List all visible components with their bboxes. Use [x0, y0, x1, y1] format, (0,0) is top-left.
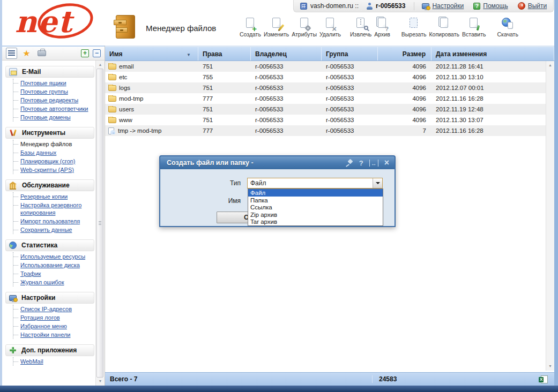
- toolbar-archive-button[interactable]: Архив: [374, 17, 390, 37]
- sidebar-item-traffic[interactable]: Трафик: [20, 270, 41, 277]
- sidebar-item-backup-settings[interactable]: Настройка резервного копирования: [20, 201, 95, 216]
- scroll-up-icon[interactable]: [546, 62, 554, 69]
- dropdown-option-link[interactable]: Ссылка: [248, 203, 383, 211]
- sidebar-item-disk-usage[interactable]: Использование диска: [20, 261, 80, 269]
- scroll-down-icon[interactable]: [546, 363, 554, 370]
- column-header-date[interactable]: Дата изменения: [431, 47, 554, 61]
- sidebar-item-log-rotation[interactable]: Ротация логов: [20, 314, 60, 321]
- sidebar-item-panel-settings[interactable]: Настройки панели: [20, 331, 70, 338]
- sidebar-item-webmail[interactable]: WebMail: [20, 358, 43, 365]
- expand-all-button[interactable]: [81, 49, 89, 57]
- sidebar-item-databases[interactable]: Базы данных: [20, 149, 56, 156]
- sidebar-header-statistics[interactable]: Статистика: [5, 239, 94, 251]
- favorites-button[interactable]: [21, 48, 32, 59]
- pie-chart-icon: [9, 242, 17, 249]
- mail-icon: [9, 68, 17, 76]
- scroll-up-icon[interactable]: [96, 61, 105, 69]
- sidebar-header-addons[interactable]: Доп. приложения: [5, 344, 94, 356]
- column-header-size[interactable]: Размер: [378, 47, 431, 61]
- scroll-down-icon[interactable]: [96, 378, 105, 385]
- dropdown-option-folder[interactable]: Папка: [248, 197, 383, 204]
- sidebar-item-ip-list[interactable]: Список IP-адресов: [20, 305, 72, 313]
- sidebar-item-error-log[interactable]: Журнал ошибок: [20, 278, 64, 286]
- help-link[interactable]: Помощь: [483, 2, 508, 10]
- delete-icon: [323, 17, 337, 31]
- sidebar-menu: E-Mail Почтовые ящики Почтовые группы По…: [2, 61, 95, 386]
- sidebar-item-mail-redirects[interactable]: Почтовые редиректы: [20, 96, 78, 104]
- sidebar-item-autoresponders[interactable]: Почтовые автоответчики: [20, 105, 88, 112]
- sidebar: E-Mail Почтовые ящики Почтовые группы По…: [2, 46, 105, 386]
- column-header-group[interactable]: Группа: [322, 47, 378, 61]
- archive-icon: [375, 17, 389, 31]
- table-row[interactable]: mod-tmp 777 r-0056533 r-0056533 4096 201…: [105, 93, 554, 104]
- file-cabinet-icon: [116, 15, 135, 39]
- sidebar-item-file-manager[interactable]: Менеджер файлов: [20, 140, 72, 148]
- close-icon[interactable]: [384, 158, 389, 168]
- dropdown-option-file[interactable]: Файл: [248, 189, 383, 197]
- toolbar-download-button[interactable]: Скачать: [497, 17, 518, 37]
- sidebar-item-save-data[interactable]: Сохранить данные: [20, 226, 72, 233]
- plus-icon: [9, 346, 17, 354]
- archive-menu-button[interactable]: [36, 48, 47, 59]
- window-border-bottom: [0, 386, 558, 392]
- tools-icon: [9, 129, 17, 137]
- column-header-name[interactable]: Имя: [105, 47, 198, 61]
- toolbar-paste-button[interactable]: Вставить: [462, 17, 486, 37]
- domain-label: vash-domen.ru ::: [310, 2, 359, 10]
- list-item: Использование диска: [13, 261, 95, 269]
- sidebar-item-user-import[interactable]: Импорт пользователя: [20, 217, 80, 225]
- collapse-all-button[interactable]: [93, 49, 101, 57]
- list-item: Используемые ресурсы: [13, 252, 95, 261]
- toolbar-cut-button[interactable]: Вырезать: [401, 17, 427, 37]
- toolbar-attributes-button[interactable]: Атрибуты: [292, 17, 317, 37]
- sidebar-item-cron[interactable]: Планировщик (cron): [20, 157, 76, 165]
- dialog-help-icon[interactable]: [359, 158, 363, 168]
- star-icon: [23, 49, 30, 58]
- view-list-button[interactable]: [6, 48, 17, 59]
- power-icon: [518, 2, 525, 10]
- dropdown-option-zip[interactable]: Zip архив: [248, 211, 383, 218]
- dropdown-button[interactable]: [373, 178, 382, 188]
- toolbar-delete-button[interactable]: Удалить: [319, 17, 341, 37]
- section-title: Настройки: [21, 294, 55, 301]
- copy-icon: [437, 17, 451, 31]
- table-row[interactable]: tmp -> mod-tmp 777 r-0056533 r-0056533 7…: [105, 125, 554, 136]
- list-item: Импорт пользователя: [13, 217, 95, 225]
- sidebar-item-web-scripts[interactable]: Web-скрипты (APS): [20, 166, 74, 174]
- dialog-title-bar[interactable]: Создать файл или папку -: [159, 155, 396, 169]
- settings-link[interactable]: Настройки: [432, 2, 464, 10]
- sidebar-item-mail-groups[interactable]: Почтовые группы: [20, 88, 68, 95]
- sidebar-item-favorites-menu[interactable]: Избранное меню: [20, 322, 67, 330]
- sidebar-item-resources[interactable]: Используемые ресурсы: [20, 253, 85, 260]
- toolbar-edit-button[interactable]: Изменить: [264, 17, 289, 37]
- toolbar-create-button[interactable]: Создать: [240, 17, 261, 37]
- sidebar-item-mailboxes[interactable]: Почтовые ящики: [20, 79, 66, 87]
- user-icon: [366, 3, 373, 10]
- sidebar-header-tools[interactable]: Инструменты: [5, 127, 94, 139]
- table-row[interactable]: logs 751 r-0056533 r-0056533 4096 2012.1…: [105, 82, 554, 93]
- column-header-perms[interactable]: Права: [198, 47, 251, 61]
- export-excel-icon[interactable]: [541, 375, 548, 383]
- sidebar-header-settings[interactable]: Настройки: [5, 292, 94, 304]
- column-header-owner[interactable]: Владелец: [251, 47, 322, 61]
- dropdown-option-tar[interactable]: Tar архив: [248, 218, 383, 225]
- table-scrollbar[interactable]: [546, 61, 554, 371]
- toolbar-extract-button[interactable]: Извлечь: [350, 17, 371, 37]
- table-row[interactable]: email 751 r-0056533 r-0056533 4096 2012.…: [105, 61, 554, 72]
- logout-link[interactable]: Выйти: [528, 2, 547, 10]
- toolbar-copy-button[interactable]: Копировать: [429, 17, 459, 37]
- sidebar-header-email[interactable]: E-Mail: [5, 66, 94, 78]
- type-label: Тип: [160, 179, 241, 187]
- table-row[interactable]: etc 755 r-0056533 r-0056533 4096 2012.11…: [105, 72, 554, 82]
- table-row[interactable]: users 751 r-0056533 r-0056533 4096 2012.…: [105, 104, 554, 115]
- pin-icon[interactable]: [346, 160, 353, 166]
- sidebar-item-backups[interactable]: Резервные копии: [20, 193, 68, 200]
- type-select[interactable]: Файл: [247, 178, 383, 189]
- table-row[interactable]: www 751 r-0056533 r-0056533 4096 2012.11…: [105, 115, 554, 125]
- sidebar-header-maintenance[interactable]: Обслуживание: [5, 179, 94, 191]
- scrollbar-thumb[interactable]: [96, 69, 103, 378]
- sidebar-scrollbar[interactable]: [95, 61, 105, 386]
- resize-icon[interactable]: [369, 160, 378, 167]
- status-count: 24583: [372, 375, 541, 383]
- sidebar-item-mail-domains[interactable]: Почтовые домены: [20, 114, 71, 121]
